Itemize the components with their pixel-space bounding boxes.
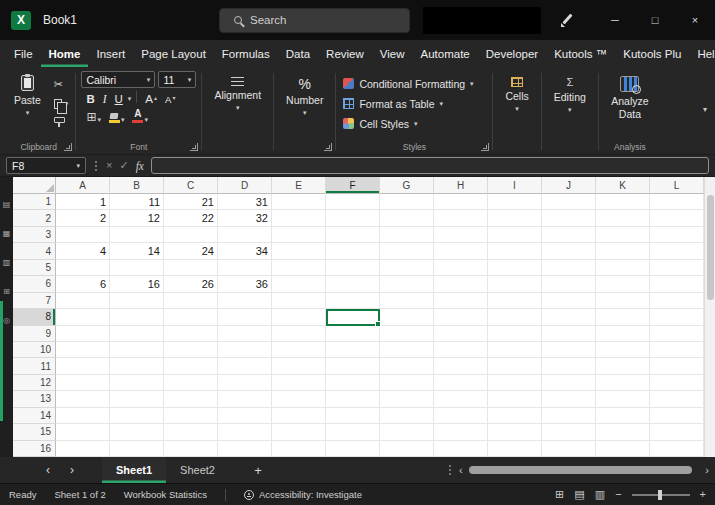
cell-a10[interactable] bbox=[56, 342, 110, 358]
cell-a5[interactable] bbox=[56, 260, 110, 276]
cell-k5[interactable] bbox=[596, 260, 650, 276]
panel-printer-icon[interactable]: ▥ bbox=[3, 259, 11, 267]
cell-d5[interactable] bbox=[218, 260, 272, 276]
cell-d16[interactable] bbox=[218, 441, 272, 457]
cell-f16[interactable] bbox=[326, 441, 380, 457]
scroll-right-icon[interactable]: › bbox=[705, 464, 709, 476]
cell-g10[interactable] bbox=[380, 342, 434, 358]
cell-h13[interactable] bbox=[434, 391, 488, 407]
cell-e8[interactable] bbox=[272, 309, 326, 325]
horizontal-scrollbar-track[interactable] bbox=[469, 466, 700, 475]
cell-e1[interactable] bbox=[272, 194, 326, 210]
confirm-entry-icon[interactable]: ✓ bbox=[119, 160, 128, 171]
cell-g5[interactable] bbox=[380, 260, 434, 276]
cell-i10[interactable] bbox=[488, 342, 542, 358]
column-header-f[interactable]: F bbox=[326, 177, 380, 194]
cell-b8[interactable] bbox=[110, 309, 164, 325]
row-header-15[interactable]: 15 bbox=[13, 424, 56, 440]
cell-k8[interactable] bbox=[596, 309, 650, 325]
cell-l5[interactable] bbox=[650, 260, 704, 276]
cell-h3[interactable] bbox=[434, 227, 488, 243]
cell-k16[interactable] bbox=[596, 441, 650, 457]
underline-button[interactable]: U bbox=[112, 90, 126, 106]
decrease-font-size-button[interactable]: A ▾ bbox=[162, 90, 178, 106]
cell-a15[interactable] bbox=[56, 424, 110, 440]
fill-color-button[interactable]: ▾ bbox=[106, 108, 128, 124]
cell-b11[interactable] bbox=[110, 358, 164, 374]
cell-j16[interactable] bbox=[542, 441, 596, 457]
cell-g8[interactable] bbox=[380, 309, 434, 325]
cell-g16[interactable] bbox=[380, 441, 434, 457]
cell-f2[interactable] bbox=[326, 210, 380, 226]
cell-b6[interactable]: 16 bbox=[110, 276, 164, 292]
cell-f12[interactable] bbox=[326, 375, 380, 391]
cell-g2[interactable] bbox=[380, 210, 434, 226]
cell-g12[interactable] bbox=[380, 375, 434, 391]
underline-dropdown-icon[interactable]: ▾ bbox=[128, 95, 132, 102]
cell-f1[interactable] bbox=[326, 194, 380, 210]
cell-b5[interactable] bbox=[110, 260, 164, 276]
name-box[interactable]: F8 ▾ bbox=[6, 157, 86, 174]
cell-d6[interactable]: 36 bbox=[218, 276, 272, 292]
cell-e9[interactable] bbox=[272, 326, 326, 342]
zoom-slider-thumb[interactable] bbox=[658, 490, 662, 500]
cell-l12[interactable] bbox=[650, 375, 704, 391]
cell-a2[interactable]: 2 bbox=[56, 210, 110, 226]
menu-tab-developer[interactable]: Developer bbox=[478, 40, 546, 67]
cell-k2[interactable] bbox=[596, 210, 650, 226]
cell-f11[interactable] bbox=[326, 358, 380, 374]
font-color-button[interactable]: A ▾ bbox=[129, 108, 151, 124]
cell-d14[interactable] bbox=[218, 408, 272, 424]
menu-tab-home[interactable]: Home bbox=[41, 40, 89, 67]
cell-g6[interactable] bbox=[380, 276, 434, 292]
cell-f8[interactable] bbox=[326, 309, 380, 325]
cell-g4[interactable] bbox=[380, 243, 434, 259]
menu-tab-automate[interactable]: Automate bbox=[413, 40, 478, 67]
cell-b2[interactable]: 12 bbox=[110, 210, 164, 226]
cell-c3[interactable] bbox=[164, 227, 218, 243]
column-header-e[interactable]: E bbox=[272, 177, 326, 194]
cell-d15[interactable] bbox=[218, 424, 272, 440]
cell-e3[interactable] bbox=[272, 227, 326, 243]
menu-tab-kutools[interactable]: Kutools ™ bbox=[546, 40, 615, 67]
cell-g14[interactable] bbox=[380, 408, 434, 424]
cell-d3[interactable] bbox=[218, 227, 272, 243]
cell-k1[interactable] bbox=[596, 194, 650, 210]
cell-k15[interactable] bbox=[596, 424, 650, 440]
cell-e7[interactable] bbox=[272, 293, 326, 309]
menu-tab-file[interactable]: File bbox=[6, 40, 41, 67]
cell-a13[interactable] bbox=[56, 391, 110, 407]
menu-tab-formulas[interactable]: Formulas bbox=[214, 40, 278, 67]
increase-font-size-button[interactable]: A ▴ bbox=[142, 90, 160, 106]
cell-g3[interactable] bbox=[380, 227, 434, 243]
cell-e13[interactable] bbox=[272, 391, 326, 407]
cell-i3[interactable] bbox=[488, 227, 542, 243]
row-header-11[interactable]: 11 bbox=[13, 358, 56, 374]
cell-b10[interactable] bbox=[110, 342, 164, 358]
column-header-k[interactable]: K bbox=[596, 177, 650, 194]
cell-l3[interactable] bbox=[650, 227, 704, 243]
cell-h7[interactable] bbox=[434, 293, 488, 309]
paste-button[interactable]: Paste ▾ bbox=[7, 71, 48, 130]
previous-sheet-icon[interactable]: ‹ bbox=[46, 463, 50, 477]
row-header-13[interactable]: 13 bbox=[13, 391, 56, 407]
cell-l1[interactable] bbox=[650, 194, 704, 210]
menu-tab-review[interactable]: Review bbox=[318, 40, 372, 67]
cell-k3[interactable] bbox=[596, 227, 650, 243]
cell-i12[interactable] bbox=[488, 375, 542, 391]
new-sheet-button[interactable]: + bbox=[243, 457, 273, 483]
row-header-1[interactable]: 1 bbox=[13, 194, 56, 210]
workbook-statistics-button[interactable]: Workbook Statistics bbox=[124, 489, 207, 500]
cell-j10[interactable] bbox=[542, 342, 596, 358]
italic-button[interactable]: I bbox=[100, 90, 110, 106]
cell-i15[interactable] bbox=[488, 424, 542, 440]
panel-find-icon[interactable]: ◎ bbox=[3, 317, 10, 325]
cell-a8[interactable] bbox=[56, 309, 110, 325]
cell-g1[interactable] bbox=[380, 194, 434, 210]
cut-button[interactable]: ✂ bbox=[52, 77, 71, 92]
cell-a14[interactable] bbox=[56, 408, 110, 424]
cell-l8[interactable] bbox=[650, 309, 704, 325]
cell-c1[interactable]: 21 bbox=[164, 194, 218, 210]
cell-g7[interactable] bbox=[380, 293, 434, 309]
row-header-7[interactable]: 7 bbox=[13, 293, 56, 309]
